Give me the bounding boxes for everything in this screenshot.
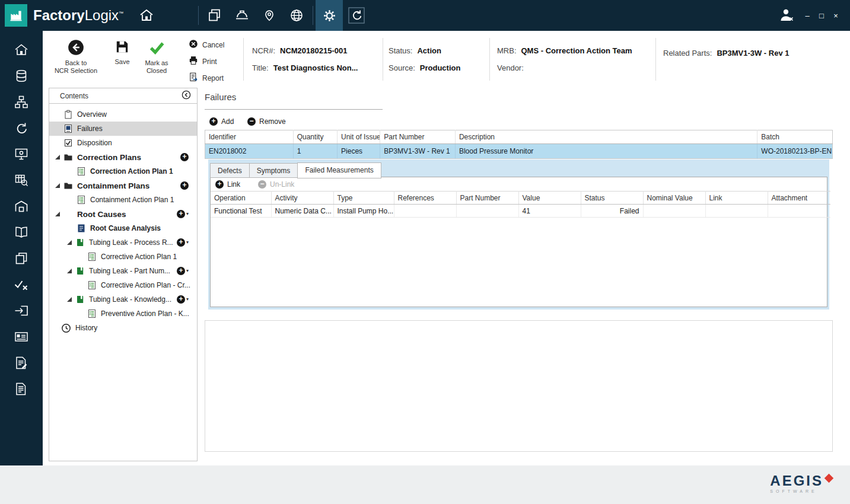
column-header-status[interactable]: Status [581,192,643,205]
sidebar-document-edit2-icon[interactable] [0,376,43,402]
sidebar-export-box-icon[interactable] [0,298,43,324]
status-field: Status: Action [389,46,441,55]
failure-row-selected[interactable]: EN2018002 1 Pieces BP3MV1-3W - Rev 1 Blo… [205,144,833,159]
tree-item-correction-plans[interactable]: Correction Plans [49,150,197,164]
contents-title: Contents [60,92,88,100]
expander-icon[interactable] [55,212,60,216]
sidebar-check-x-icon[interactable] [0,272,43,298]
sidebar-org-chart-icon[interactable] [0,89,43,115]
tree-item-label: Corrective Action Plan 1 [101,253,177,261]
column-header-identifier[interactable]: Identifier [205,130,294,144]
back-to-ncr-selection-button[interactable]: Back to NCR Selection [50,39,102,75]
expander-icon[interactable] [67,269,72,273]
column-header-value[interactable]: Value [518,192,581,205]
print-button[interactable]: Print [189,56,217,67]
tab-failed-measurements[interactable]: Failed Measurements [297,162,381,178]
remove-failure-button[interactable]: Remove [247,117,286,126]
sidebar-table-search-icon[interactable] [0,167,43,193]
column-header-description[interactable]: Description [455,130,757,144]
gear-icon[interactable] [316,0,343,31]
sidebar-building-icon[interactable] [0,193,43,219]
save-button[interactable]: Save [108,39,136,66]
hardhat-icon[interactable] [228,0,256,31]
globe-icon[interactable] [283,0,310,31]
tree-item-tubing-leak-process[interactable]: Tubing Leak - Process R... ▾ [49,235,197,250]
tree-item-overview[interactable]: Overview [49,107,197,122]
sidebar-monitor-icon[interactable] [0,141,43,167]
add-plan-button[interactable]: ▾ [177,267,189,275]
expander-icon[interactable] [55,155,60,160]
related-parts-value: BP3MV1-3W - Rev 1 [717,49,789,58]
tree-item-label: Overview [77,110,107,119]
column-header-operation[interactable]: Operation [211,192,271,205]
tree-item-history[interactable]: History [49,321,197,335]
status-label: Status: [389,46,412,55]
sidebar-copy-icon[interactable] [0,245,43,272]
column-header-references[interactable]: References [394,192,456,205]
expander-icon[interactable] [67,240,72,245]
column-header-part-number[interactable]: Part Number [456,192,518,205]
tree-item-correction-action-plan-1[interactable]: Correction Action Plan 1 [49,164,197,178]
unlink-button[interactable]: Un-Link [258,180,294,189]
user-logout-icon[interactable] [773,0,800,31]
column-header-part-number[interactable]: Part Number [380,130,456,144]
tree-item-root-cause-analysis[interactable]: Root Cause Analysis [49,221,197,235]
report-button[interactable]: Report [189,72,224,84]
status-value: Action [417,46,441,55]
sidebar-id-card-icon[interactable] [0,324,43,350]
column-header-quantity[interactable]: Quantity [293,130,337,144]
column-header-attachment[interactable]: Attachment [768,192,830,205]
tree-item-disposition[interactable]: Disposition [49,136,197,150]
expander-icon[interactable] [55,183,60,188]
column-header-unit-of-issue[interactable]: Unit of Issue [338,130,380,144]
column-header-batch[interactable]: Batch [757,130,833,144]
column-header-activity[interactable]: Activity [271,192,333,205]
history-box-icon[interactable] [343,0,370,31]
add-plan-button[interactable] [180,153,189,161]
cancel-label: Cancel [202,41,224,49]
column-header-nominal-value[interactable]: Nominal Value [643,192,705,205]
failures-page-icon [63,124,73,133]
cancel-button[interactable]: Cancel [189,39,224,50]
collapse-panel-icon[interactable] [182,90,191,102]
sidebar-database-icon[interactable] [0,63,43,89]
sidebar-home-icon[interactable] [0,37,43,63]
tree-item-containment-plans[interactable]: Containment Plans [49,178,197,193]
tree-item-containment-action-plan-1[interactable]: Containment Action Plan 1 [49,193,197,207]
tab-defects[interactable]: Defects [210,163,249,178]
maximize-button[interactable]: □ [814,11,829,20]
column-header-type[interactable]: Type [333,192,394,205]
layers-icon[interactable] [201,0,228,31]
tree-item-failures[interactable]: Failures [49,122,197,136]
location-pin-icon[interactable] [256,0,283,31]
add-failure-button[interactable]: Add [209,117,234,126]
home-icon[interactable] [133,0,160,31]
sidebar-rotate-icon[interactable] [0,115,43,141]
tab-symptoms[interactable]: Symptoms [249,163,298,178]
aegis-brand-text: AEGIS [770,474,823,488]
add-plan-button[interactable] [180,181,189,190]
link-button[interactable]: Link [215,180,240,189]
minimize-button[interactable]: – [800,11,814,20]
tree-item-tubing-leak-knowledge[interactable]: Tubing Leak - Knowledg... ▾ [49,292,197,307]
expander-icon[interactable] [67,297,72,302]
tree-item-tubing-leak-part[interactable]: Tubing Leak - Part Num... ▾ [49,264,197,278]
add-root-cause-button[interactable]: ▾ [177,210,189,218]
plus-circle-icon [177,210,185,218]
sidebar-book-icon[interactable] [0,219,43,245]
tree-item-corrective-action-plan-cr[interactable]: Corrective Action Plan - Cr... [49,278,197,292]
tree-item-preventive-action-plan[interactable]: Preventive Action Plan - K... [49,307,197,321]
column-header-link[interactable]: Link [705,192,768,205]
titlebar-toolbar [196,0,370,31]
tree-item-root-causes[interactable]: Root Causes ▾ [49,207,197,221]
failure-detail-panel: Defects Symptoms Failed Measurements Lin… [208,160,829,310]
tree-item-corrective-action-plan-1[interactable]: Corrective Action Plan 1 [49,250,197,264]
clipboard-icon [63,110,73,119]
close-button[interactable]: × [829,11,843,20]
add-plan-button[interactable]: ▾ [177,238,189,247]
sidebar-document-edit-icon[interactable] [0,350,43,376]
add-plan-button[interactable]: ▾ [177,295,189,304]
history-clock-icon [61,323,71,333]
measurement-row[interactable]: Functional Test Numeric Data C... Instal… [211,205,830,218]
mark-as-closed-button[interactable]: Mark as Closed [138,39,176,75]
